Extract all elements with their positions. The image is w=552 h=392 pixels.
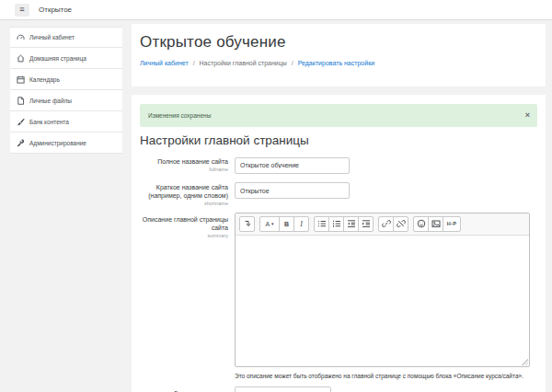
- editor-toolbar: A ▾ B I: [236, 213, 529, 236]
- breadcrumb-link-edit-settings[interactable]: Редактировать настройки: [298, 60, 374, 66]
- summary-machine-name: summary: [140, 233, 228, 238]
- sidebar-item-calendar[interactable]: Календарь: [10, 69, 122, 90]
- h5p-button[interactable]: H-P: [443, 216, 461, 232]
- site-brand-link[interactable]: Открытое: [39, 6, 72, 14]
- main-region: Открытое обучение Личный кабинет / Настр…: [122, 21, 552, 392]
- sidebar-item-label: Домашняя страница: [29, 55, 86, 62]
- shortname-input[interactable]: [235, 182, 350, 199]
- nav-list: Личный кабинет Домашняя страница Календа…: [10, 27, 122, 154]
- sidebar-item-label: Личный кабинет: [29, 34, 75, 40]
- summary-help-text: Это описание может быть отображено на гл…: [235, 372, 530, 381]
- frontpage-select[interactable]: [235, 386, 331, 392]
- image-icon: [431, 219, 441, 228]
- fullname-input[interactable]: [235, 157, 350, 174]
- menu-toggle-button[interactable]: ≡: [15, 4, 29, 17]
- outdent-button[interactable]: [343, 216, 359, 232]
- form-row-summary: Описание главной страницы сайта summary: [140, 213, 537, 381]
- italic-button[interactable]: I: [293, 216, 309, 232]
- chevron-down-icon: ▾: [271, 221, 274, 226]
- ordered-list-icon: [332, 219, 341, 228]
- breadcrumb-separator: /: [193, 60, 195, 66]
- toolbar-group-links: [378, 216, 408, 232]
- sidebar-item-label: Личные файлы: [29, 98, 72, 104]
- sidebar-item-administration[interactable]: Администрирование: [10, 133, 122, 154]
- toolbar-group-lists: [314, 216, 374, 232]
- summary-label: Описание главной страницы сайта: [140, 215, 228, 232]
- bold-button[interactable]: B: [279, 216, 294, 232]
- atto-editor: A ▾ B I: [235, 213, 530, 367]
- collapse-arrow-icon: [243, 219, 252, 228]
- calendar-icon: [17, 75, 25, 84]
- alert-close-icon[interactable]: ×: [525, 111, 530, 120]
- unlink-button[interactable]: [393, 216, 408, 232]
- unordered-list-button[interactable]: [314, 216, 329, 232]
- ordered-list-button[interactable]: [328, 216, 344, 232]
- shortname-label: Краткое название сайта (например, одним …: [140, 183, 228, 200]
- page-title: Открытое обучение: [140, 33, 537, 52]
- home-icon: [17, 54, 25, 63]
- sidebar-item-label: Календарь: [29, 76, 60, 83]
- font-style-dropdown[interactable]: A ▾: [259, 216, 280, 232]
- fullname-machine-name: fullname: [140, 167, 228, 172]
- sidebar-item-label: Банк контента: [29, 119, 69, 125]
- sidebar-item-home[interactable]: Домашняя страница: [10, 48, 122, 69]
- italic-label: I: [300, 220, 303, 228]
- h5p-label: H-P: [447, 221, 456, 226]
- toolbar-group-media: H-P: [413, 216, 461, 232]
- image-button[interactable]: [428, 216, 443, 232]
- sidebar-item-content-bank[interactable]: Банк контента: [10, 111, 122, 133]
- toolbar-group-collapse: [239, 216, 255, 232]
- unordered-list-icon: [317, 219, 327, 228]
- link-icon: [382, 219, 391, 228]
- breadcrumb: Личный кабинет / Настройки главной стран…: [140, 60, 537, 66]
- link-button[interactable]: [378, 216, 394, 232]
- bold-label: B: [284, 221, 289, 227]
- outdent-icon: [347, 219, 356, 228]
- breadcrumb-link-dashboard[interactable]: Личный кабинет: [140, 60, 189, 66]
- emoji-button[interactable]: [413, 216, 429, 232]
- shortname-machine-name: shortname: [140, 201, 228, 206]
- success-alert: Изменения сохранены ×: [140, 104, 537, 127]
- form-row-frontpage: Главная страница: [140, 386, 537, 392]
- toolbar-group-format: A ▾ B I: [259, 216, 309, 232]
- breadcrumb-item-frontpage-settings: Настройки главной страницы: [200, 60, 287, 66]
- page-header-card: Открытое обучение Личный кабинет / Настр…: [132, 24, 546, 86]
- sidebar-item-label: Администрирование: [29, 140, 86, 146]
- indent-icon: [362, 219, 371, 228]
- sidebar-item-private-files[interactable]: Личные файлы: [10, 90, 122, 111]
- fullname-label: Полное название сайта: [140, 157, 228, 166]
- brush-icon: [17, 118, 25, 126]
- sidebar-item-dashboard[interactable]: Личный кабинет: [10, 27, 122, 48]
- indent-button[interactable]: [358, 216, 374, 232]
- editor-content-area[interactable]: [236, 236, 529, 366]
- toolbar-collapse-button[interactable]: [239, 216, 255, 232]
- dashboard-icon: [17, 33, 25, 41]
- settings-form-card: Изменения сохранены × Настройки главной …: [132, 95, 546, 392]
- form-section-heading: Настройки главной страницы: [140, 133, 537, 147]
- nav-drawer: Личный кабинет Домашняя страница Календа…: [0, 21, 122, 392]
- breadcrumb-separator: /: [292, 60, 293, 66]
- file-icon: [17, 97, 25, 105]
- emoji-icon: [417, 219, 426, 228]
- top-navbar: ≡ Открытое: [0, 0, 552, 20]
- wrench-icon: [17, 139, 25, 147]
- font-style-label: A: [265, 221, 270, 227]
- resize-handle[interactable]: [521, 358, 528, 365]
- form-row-fullname: Полное название сайта fullname: [140, 155, 537, 174]
- unlink-icon: [397, 219, 406, 228]
- alert-message: Изменения сохранены: [148, 112, 525, 119]
- form-row-shortname: Краткое название сайта (например, одним …: [140, 180, 537, 206]
- hamburger-icon: ≡: [19, 6, 24, 14]
